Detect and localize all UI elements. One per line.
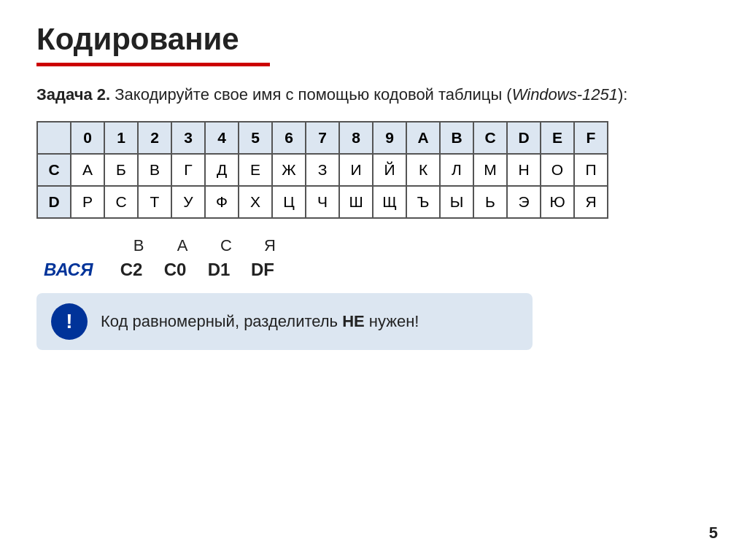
row-d-0: Р (71, 186, 104, 218)
row-c-4: Д (205, 154, 239, 186)
row-c-6: Ж (272, 154, 306, 186)
header-cell-4: 4 (205, 122, 239, 154)
row-c-A: К (406, 154, 440, 186)
row-d-1: С (104, 186, 138, 218)
letter-row: В А С Я (117, 236, 711, 255)
row-c-0: А (71, 154, 104, 186)
task-end-label: ): (618, 85, 627, 104)
header-cell-7: 7 (306, 122, 339, 154)
row-d-6: Ц (272, 186, 306, 218)
row-d-B: Ы (440, 186, 473, 218)
note-bold-text: НЕ (342, 312, 365, 330)
row-c-F: П (574, 154, 608, 186)
row-d-4: Ф (205, 186, 239, 218)
note-box: ! Код равномерный, разделитель НЕ нужен! (36, 293, 533, 350)
row-d-9: Щ (373, 186, 406, 218)
row-d-5: Х (239, 186, 272, 218)
row-c-C: М (473, 154, 507, 186)
row-c-E: О (541, 154, 574, 186)
letter-v: В (117, 236, 160, 255)
table-row-d: D Р С Т У Ф Х Ц Ч Ш Щ Ъ Ы Ь Э Ю Я (37, 186, 608, 218)
header-cell-0: 0 (71, 122, 104, 154)
slide: Кодирование Задача 2. Закодируйте свое и… (0, 0, 747, 560)
header-cell-A: A (406, 122, 440, 154)
table-header-row: 0 1 2 3 4 5 6 7 8 9 A B C D E F (37, 122, 608, 154)
row-d-D: Э (507, 186, 541, 218)
header-cell-empty (37, 122, 71, 154)
header-cell-C: C (473, 122, 507, 154)
note-text: Код равномерный, разделитель НЕ нужен! (101, 312, 419, 331)
table-row-c: C А Б В Г Д Е Ж З И Й К Л М Н О П (37, 154, 608, 186)
header-cell-F: F (574, 122, 608, 154)
exclamation-icon: ! (51, 303, 88, 340)
row-c-7: З (306, 154, 339, 186)
header-cell-1: 1 (104, 122, 138, 154)
header-cell-D: D (507, 122, 541, 154)
row-c-3: Г (171, 154, 205, 186)
letter-s: С (204, 236, 248, 255)
row-d-7: Ч (306, 186, 339, 218)
code-df: DF (241, 260, 285, 280)
row-c-1: Б (104, 154, 138, 186)
header-cell-B: B (440, 122, 473, 154)
row-d-C: Ь (473, 186, 507, 218)
task-text-part: Закодируйте свое имя с помощью кодовой т… (110, 85, 512, 104)
row-d-8: Ш (339, 186, 373, 218)
code-c2: C2 (109, 260, 153, 280)
row-c-D: Н (507, 154, 541, 186)
task-italic-label: Windows-1251 (512, 85, 618, 104)
row-c-8: И (339, 154, 373, 186)
page-number: 5 (709, 524, 718, 542)
row-d-label: D (37, 186, 71, 218)
row-d-A: Ъ (406, 186, 440, 218)
note-text-before: Код равномерный, разделитель (101, 312, 342, 330)
header-cell-9: 9 (373, 122, 406, 154)
letter-ya: Я (248, 236, 292, 255)
row-c-5: Е (239, 154, 272, 186)
task-bold-label: Задача 2. (36, 85, 110, 104)
note-text-after: нужен! (365, 312, 419, 330)
encoding-table: 0 1 2 3 4 5 6 7 8 9 A B C D E F C А Б В … (36, 121, 608, 219)
code-row: ВАСЯ C2 C0 D1 DF (44, 260, 711, 280)
header-cell-6: 6 (272, 122, 306, 154)
header-cell-E: E (541, 122, 574, 154)
task-description: Задача 2. Закодируйте свое имя с помощью… (36, 84, 711, 106)
row-c-9: Й (373, 154, 406, 186)
header-cell-2: 2 (138, 122, 171, 154)
row-d-E: Ю (541, 186, 574, 218)
row-d-2: Т (138, 186, 171, 218)
red-divider (36, 63, 270, 66)
row-c-B: Л (440, 154, 473, 186)
row-d-3: У (171, 186, 205, 218)
row-d-F: Я (574, 186, 608, 218)
code-c0: C0 (153, 260, 197, 280)
encoding-example: В А С Я ВАСЯ C2 C0 D1 DF (44, 236, 711, 280)
header-cell-3: 3 (171, 122, 205, 154)
code-d1: D1 (197, 260, 241, 280)
row-c-label: C (37, 154, 71, 186)
header-cell-8: 8 (339, 122, 373, 154)
letter-a: А (160, 236, 204, 255)
header-cell-5: 5 (239, 122, 272, 154)
slide-title: Кодирование (36, 22, 711, 57)
row-c-2: В (138, 154, 171, 186)
vasya-label: ВАСЯ (44, 260, 109, 280)
